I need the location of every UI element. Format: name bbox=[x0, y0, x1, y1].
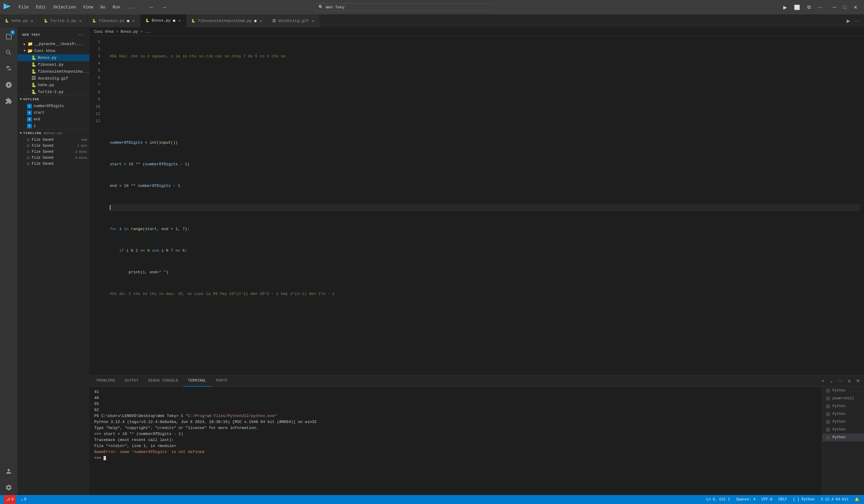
close-button[interactable]: ✕ bbox=[851, 3, 860, 11]
add-terminal-button[interactable]: + bbox=[820, 377, 826, 385]
breadcrumb-part-0[interactable]: Cuoi khoa bbox=[94, 30, 114, 34]
status-python-version[interactable]: 3.12.4 64-bit bbox=[819, 497, 850, 502]
status-notifications[interactable]: 🔔 bbox=[853, 497, 860, 502]
search-bar[interactable]: 🔍 Web Teky bbox=[314, 3, 495, 11]
panel-tab-ports[interactable]: PORTS bbox=[211, 375, 232, 387]
nav-forward-button[interactable]: → bbox=[159, 4, 169, 11]
outline-item-i[interactable]: v i bbox=[17, 123, 89, 129]
tab-close-button[interactable]: × bbox=[30, 19, 34, 23]
sidebar-item-fibonasi[interactable]: 🐍 fibonasi.py bbox=[17, 61, 89, 68]
line-num-7: 7 bbox=[89, 82, 100, 89]
menu-go[interactable]: Go bbox=[97, 4, 108, 11]
tab-hehe[interactable]: 🐍 hehe.py × bbox=[0, 14, 39, 27]
terminal-content[interactable]: 41 48 55 62 PS C:\Users\LENOVO\Desktop\W… bbox=[89, 387, 822, 495]
status-position[interactable]: Ln 8, Col 1 bbox=[705, 497, 731, 502]
terminal-tab-python-2[interactable]: ⬛ Python bbox=[822, 402, 864, 410]
menu-more[interactable]: ... bbox=[124, 4, 138, 11]
menu-selection[interactable]: Selection bbox=[50, 4, 79, 11]
code-line-8 bbox=[110, 204, 860, 211]
sidebar-item-fibonasikethop[interactable]: 🐍 fibonasikethopvoiha... bbox=[17, 68, 89, 75]
sidebar-item-bonus[interactable]: 🐍 Bonus.py bbox=[17, 54, 89, 61]
menu-file[interactable]: File bbox=[16, 4, 32, 11]
code-editor[interactable]: 1 2 3 4 5 6 7 8 9 10 11 12 #De bai: cho … bbox=[89, 36, 864, 375]
activity-item-run[interactable] bbox=[1, 77, 16, 93]
status-language[interactable]: { } Python bbox=[792, 497, 816, 502]
panel-tab-output[interactable]: OUTPUT bbox=[120, 375, 143, 387]
tab-close-button[interactable]: × bbox=[132, 19, 135, 23]
terminal-tab-powershell[interactable]: ⬛ powershell bbox=[822, 394, 864, 402]
split-editor[interactable]: ⧉ bbox=[805, 3, 813, 11]
tab-fibonasi[interactable]: 🐍 fibonasi.py × bbox=[87, 14, 141, 27]
activity-item-extensions[interactable] bbox=[1, 94, 16, 109]
panel-tab-problems[interactable]: PROBLEMS bbox=[92, 375, 120, 387]
tab-close-button[interactable]: × bbox=[79, 19, 82, 23]
menu-run[interactable]: Run bbox=[109, 4, 123, 11]
status-eol[interactable]: CRLF bbox=[777, 497, 788, 502]
breadcrumb-part-1[interactable]: Bonus.py bbox=[121, 30, 138, 34]
tab-bonus[interactable]: 🐍 Bonus.py × bbox=[141, 14, 187, 27]
menu-bar: File Edit Selection View Go Run ... bbox=[16, 4, 138, 11]
layout-toggle[interactable]: ⬜ bbox=[792, 3, 803, 11]
panel-close-button[interactable]: ✕ bbox=[854, 377, 862, 385]
terminal-tab-python-4[interactable]: ⬛ Python bbox=[822, 418, 864, 426]
tab-close-button[interactable]: × bbox=[178, 18, 181, 23]
nav-back-button[interactable]: ← bbox=[146, 4, 157, 11]
sidebar-item-pycache[interactable]: ▶ 📁 __pycache__\buoi5\... bbox=[17, 40, 89, 47]
tree-label: fibonasikethopvoiha... bbox=[38, 69, 89, 74]
more-tab-actions[interactable]: ⋯ bbox=[853, 17, 862, 25]
terminal-output-41: 41 bbox=[94, 389, 817, 395]
tab-turtle[interactable]: 🐍 Turtle-2.py × bbox=[39, 14, 87, 27]
status-errors[interactable]: ⚠ 0 bbox=[20, 497, 27, 502]
sidebar-item-hehe[interactable]: 🐍 hehe.py bbox=[17, 82, 89, 88]
sidebar-item-turtle[interactable]: 🐍 Turtle-2.py bbox=[17, 88, 89, 95]
code-lines[interactable]: #De bai: cho so n nguyen, n la so chu so… bbox=[105, 36, 860, 375]
timeline-header[interactable]: ▼ TIMELINE Bonus.py bbox=[17, 130, 89, 137]
terminal-help-line: Type "help", "copyright", "credits" or "… bbox=[94, 425, 817, 431]
more-actions[interactable]: ⋯ bbox=[815, 3, 825, 11]
status-spaces[interactable]: Spaces: 4 bbox=[735, 497, 757, 502]
run-split-button[interactable]: ▶ bbox=[845, 17, 852, 25]
sidebar-item-cuoi-khoa[interactable]: ▼ 📂 Cuoi khoa bbox=[17, 47, 89, 54]
terminal-current-prompt: >>> bbox=[94, 455, 817, 461]
outline-item-numberOfDigits[interactable]: v numberOfDigits bbox=[17, 103, 89, 110]
panel-split-button[interactable]: ⌄ bbox=[827, 377, 835, 385]
menu-edit[interactable]: Edit bbox=[33, 4, 49, 11]
terminal-tab-python-1[interactable]: ⬛ Python bbox=[822, 387, 864, 394]
terminal-tab-python-5[interactable]: ⬛ Python bbox=[822, 426, 864, 433]
maximize-button[interactable]: □ bbox=[840, 3, 849, 11]
timeline-time: 2 mins bbox=[75, 150, 87, 153]
panel-more-button[interactable]: ⋯ bbox=[836, 377, 844, 385]
tab-close-button[interactable]: × bbox=[311, 19, 314, 23]
terminal-tab-label: Python bbox=[832, 435, 845, 440]
panel-tab-terminal[interactable]: TERMINAL bbox=[183, 375, 211, 387]
minimize-button[interactable]: ─ bbox=[830, 3, 839, 11]
timeline-label: File Saved bbox=[32, 150, 53, 154]
activity-item-explorer[interactable]: 3 bbox=[1, 29, 16, 44]
outline-item-start[interactable]: v start bbox=[17, 110, 89, 116]
line-num-5: 5 bbox=[89, 67, 100, 74]
run-button[interactable]: ▶ bbox=[781, 3, 789, 11]
breadcrumb-part-2[interactable]: ... bbox=[145, 30, 152, 34]
terminal-tab-python-3[interactable]: ⬛ Python bbox=[822, 410, 864, 418]
tab-ducdzs[interactable]: 🖼 ducdzs1tg.gif × bbox=[268, 14, 320, 27]
activity-item-search[interactable] bbox=[1, 45, 16, 60]
outline-item-end[interactable]: v end bbox=[17, 116, 89, 123]
activity-item-source-control[interactable] bbox=[1, 61, 16, 76]
terminal-output-62: 62 bbox=[94, 407, 817, 413]
activity-item-account[interactable] bbox=[1, 464, 16, 479]
menu-view[interactable]: View bbox=[80, 4, 96, 11]
activity-item-settings[interactable] bbox=[1, 480, 16, 495]
tab-fibonasikethop[interactable]: 🐍 fibonasikethopvoiham.py × bbox=[187, 14, 268, 27]
status-git[interactable]: ⎇ 0 bbox=[4, 495, 16, 504]
tab-close-button[interactable]: × bbox=[259, 19, 263, 23]
status-encoding[interactable]: UTF-8 bbox=[760, 497, 774, 502]
tab-label: ducdzs1tg.gif bbox=[278, 19, 309, 23]
terminal-tab-python-6[interactable]: ⬛ Python bbox=[822, 433, 864, 441]
outline-header[interactable]: ▼ OUTLINE bbox=[17, 96, 89, 103]
timeline-label: File Saved bbox=[32, 156, 53, 160]
new-file-button[interactable]: ⋯ bbox=[77, 31, 85, 38]
panel-tab-debug[interactable]: DEBUG CONSOLE bbox=[143, 375, 183, 387]
terminal-prompt: PS C:\Users\LENOVO\Desktop\Web Teky> bbox=[94, 414, 179, 418]
sidebar-item-ducdzs[interactable]: 🖼 ducdzs1tg.gif bbox=[17, 75, 89, 82]
panel-maximize-button[interactable]: ∧ bbox=[846, 377, 853, 385]
